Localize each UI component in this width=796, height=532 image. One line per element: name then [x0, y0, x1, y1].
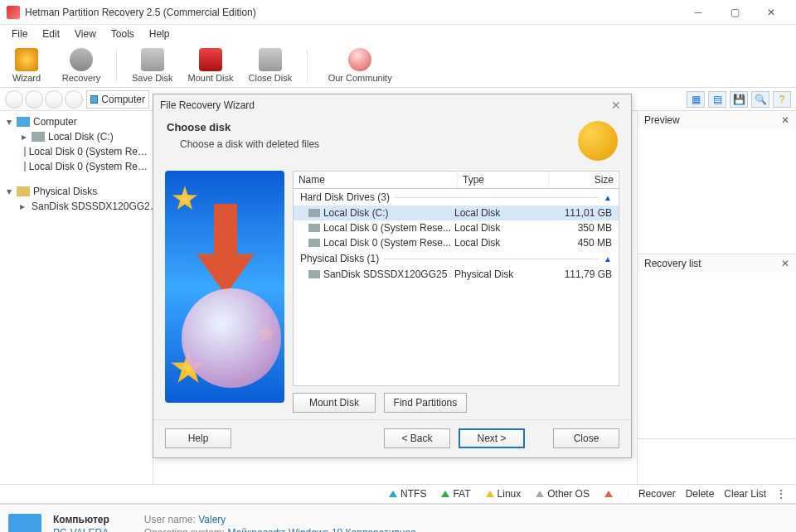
disk-row[interactable]: Local Disk 0 (System Rese...Local Disk45…: [294, 235, 619, 250]
wizard-illustration: [165, 171, 284, 403]
disk-row[interactable]: Local Disk 0 (System Rese...Local Disk35…: [294, 220, 619, 235]
address-text: Computer: [101, 94, 145, 105]
app-icon: [7, 6, 20, 19]
mount-disk-button[interactable]: Mount Disk: [293, 393, 376, 413]
recovery-button[interactable]: Recovery: [61, 48, 101, 83]
status-pcname: PC-VALERA: [53, 527, 109, 533]
disk-icon: [32, 132, 45, 142]
nav-up-button[interactable]: [45, 90, 63, 109]
find-partitions-button[interactable]: Find Partitions: [384, 393, 467, 413]
recovery-list-panel: Recovery list✕: [638, 254, 796, 439]
preview-title: Preview: [644, 114, 680, 126]
maximize-button[interactable]: ▢: [716, 1, 753, 24]
group-physical[interactable]: Physical Disks (1)▲: [294, 250, 619, 267]
status-user: Valery: [198, 514, 226, 525]
view-toggle-2[interactable]: ▤: [708, 91, 726, 108]
wizard-close-button[interactable]: ✕: [608, 99, 624, 112]
right-panels: Preview✕ Recovery list✕: [637, 111, 796, 484]
wizard-subtitle: Choose a disk with deleted files: [167, 138, 578, 150]
legend-undo: [604, 491, 613, 497]
wizard-title: File Recovery Wizard: [160, 99, 255, 111]
community-button[interactable]: Our Community: [323, 48, 397, 83]
menu-view[interactable]: View: [68, 26, 103, 42]
save-icon-button[interactable]: 💾: [730, 91, 748, 108]
legend-ntfs: NTFS: [389, 488, 426, 500]
search-icon-button[interactable]: 🔍: [751, 91, 769, 108]
disk-icon: [308, 209, 320, 217]
file-recovery-wizard: File Recovery Wizard ✕ Choose disk Choos…: [153, 94, 632, 458]
tree-local-c[interactable]: ▸Local Disk (C:): [17, 129, 151, 144]
tree-sandisk[interactable]: ▸SanDisk SDSSDX120GG2…: [17, 199, 151, 214]
computer-large-icon: [8, 514, 41, 533]
recovery-list-close[interactable]: ✕: [781, 258, 789, 269]
clear-list-button[interactable]: Clear List: [721, 488, 769, 500]
mount-disk-button[interactable]: Mount Disk: [188, 48, 234, 83]
status-os: Майкрософт Windows 10 Корпоративная: [228, 527, 416, 533]
preview-panel: Preview✕: [638, 111, 796, 254]
nav-down-button[interactable]: [65, 90, 83, 109]
close-button[interactable]: Close: [553, 428, 619, 448]
close-disk-button[interactable]: Close Disk: [249, 48, 293, 83]
help-button[interactable]: Help: [165, 428, 231, 448]
computer-icon: [90, 95, 98, 104]
disk-list: Name Type Size Hard Disk Drives (3)▲ Loc…: [293, 171, 619, 419]
save-disk-button[interactable]: Save Disk: [132, 48, 173, 83]
wizard-wand-icon: [578, 121, 618, 161]
wizard-button[interactable]: Wizard: [7, 48, 46, 83]
address-bar[interactable]: Computer: [86, 90, 149, 109]
wizard-heading: Choose disk: [167, 121, 578, 133]
list-header: Name Type Size: [293, 171, 619, 189]
separator: [116, 50, 117, 81]
recover-button[interactable]: Recover: [635, 488, 679, 500]
help-icon-button[interactable]: ?: [773, 91, 791, 108]
view-toggle-1[interactable]: ▦: [687, 91, 705, 108]
close-button[interactable]: ✕: [753, 1, 789, 24]
tree-local-0a[interactable]: Local Disk 0 (System Re…: [17, 144, 151, 159]
computer-icon: [17, 117, 30, 127]
delete-button[interactable]: Delete: [682, 488, 718, 500]
disk-icon: [24, 147, 26, 157]
disk-icon: [308, 239, 320, 247]
menu-edit[interactable]: Edit: [36, 26, 66, 42]
status-bar: Компьютер PC-VALERA User name: Valery Op…: [0, 504, 796, 532]
back-button[interactable]: < Back: [384, 428, 450, 448]
disk-icon: [308, 224, 320, 232]
legend-other: Other OS: [536, 488, 590, 500]
tree-computer[interactable]: ▾Computer: [2, 114, 151, 129]
legend-fat: FAT: [441, 488, 470, 500]
nav-forward-button[interactable]: [25, 90, 43, 109]
menu-help[interactable]: Help: [143, 26, 177, 42]
toolbar: Wizard Recovery Save Disk Mount Disk Clo…: [0, 43, 796, 88]
nav-back-button[interactable]: [5, 90, 23, 109]
menu-file[interactable]: File: [5, 26, 34, 42]
more-icon[interactable]: ⋮: [773, 488, 789, 500]
preview-close[interactable]: ✕: [781, 114, 789, 126]
window-title: Hetman Partition Recovery 2.5 (Commercia…: [25, 7, 680, 18]
disk-icon: [24, 162, 26, 172]
titlebar: Hetman Partition Recovery 2.5 (Commercia…: [0, 0, 796, 25]
legend-linux: Linux: [486, 488, 522, 500]
disk-row[interactable]: Local Disk (C:)Local Disk111,01 GB: [294, 206, 619, 220]
next-button[interactable]: Next >: [459, 428, 525, 448]
separator: [307, 50, 308, 81]
disk-icon: [308, 270, 320, 278]
legend-bar: NTFS FAT Linux Other OS Recover Delete C…: [0, 484, 796, 504]
menu-tools[interactable]: Tools: [104, 26, 141, 42]
recovery-list-title: Recovery list: [644, 258, 701, 269]
status-computer-label: Компьютер: [53, 514, 109, 525]
group-hdd[interactable]: Hard Disk Drives (3)▲: [294, 189, 619, 206]
col-size[interactable]: Size: [549, 172, 619, 188]
tree-physical[interactable]: ▾Physical Disks: [2, 184, 151, 199]
col-type[interactable]: Type: [458, 172, 549, 188]
tree-pane: ▾Computer ▸Local Disk (C:) Local Disk 0 …: [0, 111, 153, 484]
menubar: File Edit View Tools Help: [0, 25, 796, 43]
minimize-button[interactable]: ─: [680, 1, 716, 24]
col-name[interactable]: Name: [294, 172, 458, 188]
disk-row[interactable]: SanDisk SDSSDX120GG25Physical Disk111,79…: [294, 267, 619, 282]
folder-icon: [17, 186, 30, 196]
tree-local-0b[interactable]: Local Disk 0 (System Re…: [17, 159, 151, 174]
